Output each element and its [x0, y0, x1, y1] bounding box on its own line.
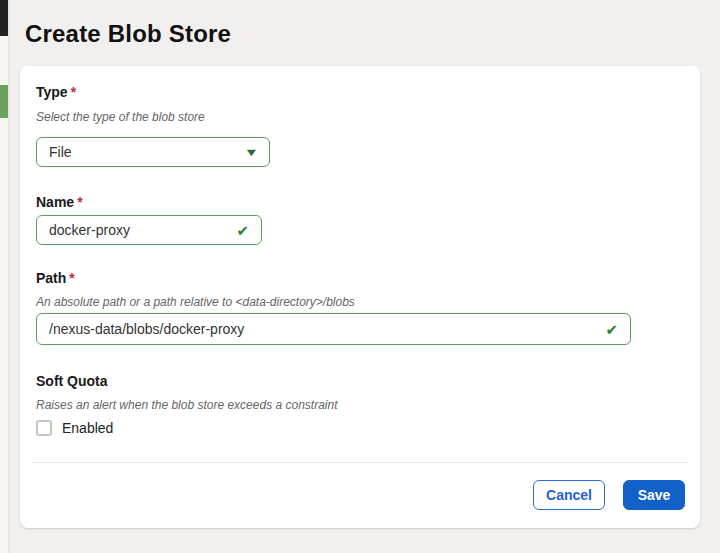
soft-quota-help-text: Raises an alert when the blob store exce… — [36, 398, 338, 412]
cancel-button[interactable]: Cancel — [533, 480, 605, 510]
soft-quota-label: Soft Quota — [36, 373, 108, 389]
path-label-text: Path — [36, 270, 66, 286]
save-button[interactable]: Save — [623, 480, 685, 510]
page-title: Create Blob Store — [25, 20, 231, 48]
type-help-text: Select the type of the blob store — [36, 110, 205, 124]
path-required-asterisk: * — [69, 270, 74, 286]
path-label: Path* — [36, 270, 75, 286]
type-select[interactable]: File ▼ — [36, 137, 270, 167]
name-input[interactable] — [49, 222, 228, 238]
create-blob-store-form-card: Type* Select the type of the blob store … — [20, 66, 700, 528]
name-label: Name* — [36, 194, 83, 210]
type-select-value: File — [49, 144, 72, 160]
path-help-text: An absolute path or a path relative to <… — [36, 295, 355, 309]
chevron-down-icon: ▼ — [244, 147, 259, 158]
valid-checkmark-icon: ✔ — [605, 322, 618, 337]
sidebar-dark-header — [0, 0, 8, 36]
type-required-asterisk: * — [71, 84, 76, 100]
soft-quota-enabled-row[interactable]: Enabled — [36, 420, 113, 436]
sidebar-green-segment — [0, 85, 8, 118]
path-field-wrapper: ✔ — [36, 313, 631, 345]
cropped-sidebar-strip — [0, 0, 9, 553]
valid-checkmark-icon: ✔ — [236, 223, 249, 238]
name-label-text: Name — [36, 194, 74, 210]
path-input[interactable] — [49, 321, 597, 337]
type-label: Type* — [36, 84, 76, 100]
name-field-wrapper: ✔ — [36, 215, 262, 245]
footer-divider — [32, 462, 688, 463]
soft-quota-checkbox[interactable] — [36, 420, 52, 436]
soft-quota-checkbox-label: Enabled — [62, 420, 113, 436]
type-label-text: Type — [36, 84, 68, 100]
footer-actions: Cancel Save — [533, 480, 685, 510]
name-required-asterisk: * — [77, 194, 82, 210]
